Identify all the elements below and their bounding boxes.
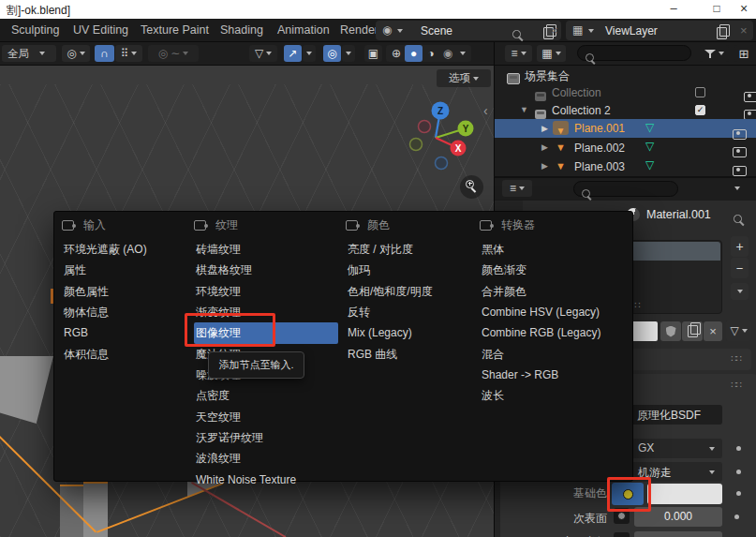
viewlayer-dropdown-caret[interactable] [588,29,594,33]
copy-viewlayer-icon[interactable] [717,27,727,39]
add-material-slot-button[interactable]: + [731,236,749,257]
pin-material-icon[interactable] [732,213,744,225]
outliner-row-plane-001[interactable]: ▶ ▼ Plane.001 ▽ [495,119,756,138]
close-window-button[interactable]: × [733,1,755,16]
animate-dot[interactable] [736,491,741,496]
menu-item[interactable]: 亮度 / 对比度 [346,239,479,260]
menu-item[interactable]: 物体信息 [62,302,188,322]
tab-uv-editing[interactable]: UV Editing [73,23,128,37]
camera-icon[interactable] [733,166,747,176]
menu-item[interactable]: White Noise Texture [194,470,338,490]
menu-item[interactable]: RGB [62,322,188,343]
shading-dropdown-caret[interactable] [460,52,466,55]
expand-closed-icon[interactable]: ▶ [541,142,548,152]
expand-closed-icon[interactable]: ▶ [541,124,548,133]
expand-closed-icon[interactable]: ▶ [541,161,548,171]
remove-material-slot-button[interactable]: − [731,258,749,278]
menu-item[interactable]: RGB 曲线 [346,344,479,365]
outliner-row-collection-2[interactable]: ▼ Collection 2 ✓ [495,101,756,119]
resize-grip-dots[interactable]: ∷ [634,300,639,310]
menu-item[interactable]: 砖墙纹理 [194,239,338,260]
tab-shading[interactable]: Shading [220,23,263,37]
tab-texture-paint[interactable]: Texture Paint [141,23,209,37]
gizmo-move-toggle[interactable]: ↗ [284,45,302,62]
proportional-editing-group[interactable]: ◎ ∼ [148,45,199,62]
outliner-search[interactable] [577,45,691,61]
collection-2-checkbox[interactable]: ✓ [695,105,705,115]
menu-item[interactable]: 波长 [480,385,630,406]
shading-rendered-icon[interactable]: ◉ [439,48,456,59]
menu-item[interactable]: 环境光遮蔽 (AO) [62,239,188,260]
animate-dot[interactable] [736,470,741,474]
menu-item[interactable]: 棋盘格纹理 [194,260,338,280]
minimize-button[interactable]: – [658,1,689,15]
expand-open-icon[interactable]: ▼ [520,105,528,114]
menu-item[interactable]: 混合 [480,344,630,365]
tab-animation[interactable]: Animation [277,23,330,37]
viewlayer-name[interactable]: ViewLayer [605,24,658,37]
snap-target-dropdown[interactable]: ⠿ [115,45,142,62]
material-specials-dropdown[interactable] [731,283,749,300]
overlays-dropdown[interactable] [342,45,355,62]
menu-item[interactable]: 渐变纹理 [194,302,338,322]
clipped-value-field[interactable] [634,531,722,537]
new-collection-button[interactable]: ⊞ [734,45,753,62]
transform-orientation-dropdown[interactable]: 全局 [2,45,56,62]
overlays-toggle[interactable]: ◎ [323,45,341,62]
pin-scene-icon[interactable] [511,28,523,40]
mesh-data-icon[interactable]: ▽ [645,140,654,153]
node-tree-button[interactable]: ▽ [726,320,751,341]
camera-icon[interactable] [733,129,747,140]
collection-checkbox[interactable] [695,87,705,97]
shading-material-icon[interactable]: ◑ [422,48,439,59]
outliner-row-scene-collection[interactable]: 场景集合 [495,66,756,83]
outliner-row-plane-002[interactable]: ▶ ▼ Plane.002 ▽ [495,139,756,157]
subsurface-value-field[interactable]: 0.000 [634,507,722,527]
menu-item[interactable]: 天空纹理 [194,407,338,427]
animate-dot[interactable] [736,446,741,451]
panel-drag-dots[interactable]: ∷∷ [731,380,741,390]
outliner-filter-display-dropdown[interactable]: ▦ [537,45,566,62]
fake-user-button[interactable] [660,321,681,341]
unlink-material-button[interactable]: × [704,321,722,341]
menu-item[interactable]: 伽玛 [346,260,479,280]
outliner-row-collection[interactable]: Collection [495,83,756,101]
snap-toggle-button[interactable]: ∩ [95,45,114,62]
viewport-options-dropdown[interactable]: 选项 [437,69,491,87]
menu-item[interactable]: 沃罗诺伊纹理 [194,427,338,448]
shading-wireframe-icon[interactable]: ⊕ [388,48,405,59]
menu-item[interactable]: 反转 [346,302,479,322]
sidebar-collapse-icon[interactable]: ‹ [483,103,488,118]
viewlayer-icon[interactable]: ▦ [572,24,583,36]
menu-item-image-texture[interactable]: 图像纹理 [194,322,338,343]
menu-item[interactable]: Combine HSV (Legacy) [480,302,630,322]
maximize-button[interactable]: □ [701,2,733,15]
menu-item[interactable]: 颜色渐变 [480,260,630,280]
mesh-data-icon[interactable]: ▽ [645,158,654,172]
menu-item[interactable]: 波浪纹理 [194,448,338,469]
shading-solid-button[interactable]: ● [405,45,422,62]
camera-icon[interactable] [733,147,747,157]
properties-search[interactable] [573,181,678,197]
menu-item[interactable]: 体积信息 [62,344,188,365]
tab-sculpting[interactable]: Sculpting [11,23,59,37]
menu-item[interactable]: 属性 [62,260,188,280]
scene-name[interactable]: Scene [421,24,452,37]
remove-viewlayer-icon[interactable]: × [740,23,748,37]
scene-icon[interactable]: ◉ [382,24,392,36]
outliner-row-plane-003[interactable]: ▶ ▼ Plane.003 ▽ [495,157,756,175]
pivot-point-dropdown[interactable]: ◎ [62,45,90,62]
menu-item[interactable]: Shader -> RGB [480,365,630,385]
clipped-socket[interactable] [614,532,630,537]
panel-drag-dots[interactable]: ∷∷ [731,353,741,364]
menu-item[interactable]: Combine RGB (Legacy) [480,322,630,343]
base-color-socket-button[interactable] [612,483,644,505]
xray-toggle[interactable]: ▣ [364,45,382,62]
gizmo-move-dropdown[interactable] [303,45,316,62]
properties-editor-type-dropdown[interactable]: ≡ [502,180,532,197]
menu-item[interactable]: 环境纹理 [194,281,338,302]
base-color-swatch[interactable] [647,484,722,504]
scene-dropdown-caret[interactable] [397,29,403,33]
menu-item[interactable]: 合并颜色 [480,281,630,302]
show-gizmo-dropdown[interactable]: ▽ [249,45,277,62]
